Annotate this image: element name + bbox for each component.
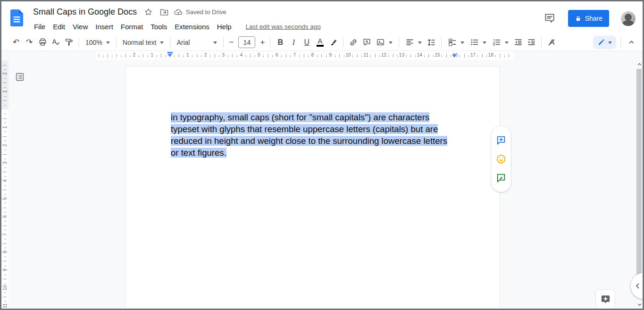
text-line[interactable]: reduced in height and weight close to th…	[171, 135, 447, 147]
insert-image-button[interactable]	[373, 36, 395, 49]
add-comment-icon[interactable]	[496, 135, 506, 145]
paragraph-style-select[interactable]: Normal text	[120, 36, 167, 49]
decrease-indent-button[interactable]	[511, 36, 525, 49]
right-indent-marker[interactable]	[452, 54, 457, 60]
menu-insert[interactable]: Insert	[92, 22, 117, 32]
show-side-panel-button[interactable]	[631, 273, 644, 299]
add-comment-button[interactable]	[360, 36, 373, 49]
paint-roller-icon	[65, 38, 74, 47]
checklist-button[interactable]	[445, 36, 467, 49]
ruler-tick	[326, 55, 326, 57]
add-emoji-reaction-icon[interactable]	[496, 154, 506, 164]
ruler-tick	[4, 275, 6, 275]
ruler-tick	[103, 55, 103, 57]
ruler-number: 9	[2, 267, 8, 274]
highlight-color-button[interactable]	[326, 36, 340, 49]
avatar[interactable]	[621, 11, 636, 26]
hide-menus-button[interactable]	[625, 36, 637, 49]
ruler-tick	[179, 54, 179, 58]
left-indent-marker[interactable]	[167, 52, 173, 59]
move-to-folder-icon[interactable]	[159, 8, 169, 17]
undo-button[interactable]: ↶	[9, 36, 23, 49]
menu-file[interactable]: File	[30, 22, 49, 32]
bold-button[interactable]: B	[274, 36, 287, 49]
ruler-tick	[317, 55, 318, 57]
saved-status[interactable]: Saved to Drive	[174, 8, 226, 17]
clear-formatting-icon	[547, 38, 556, 47]
menu-help[interactable]: Help	[213, 22, 235, 32]
last-edit-link[interactable]: Last edit was seconds ago	[246, 23, 321, 30]
ruler-tick	[161, 54, 161, 58]
star-icon[interactable]	[143, 8, 153, 17]
separator	[116, 37, 117, 48]
italic-button[interactable]: I	[287, 36, 300, 49]
menu-view[interactable]: View	[69, 22, 92, 32]
menu-extensions[interactable]: Extensions	[171, 22, 213, 32]
increase-font-size-button[interactable]: +	[258, 36, 267, 49]
editing-mode-button[interactable]	[593, 36, 616, 49]
text-line[interactable]: in typography, small caps (short for "sm…	[171, 111, 447, 123]
ruler-number: 11	[364, 52, 368, 58]
text-line[interactable]: typeset with glyphs that resemble upperc…	[171, 123, 447, 135]
paragraph[interactable]: in typography, small caps (short for "sm…	[171, 111, 447, 159]
google-docs-app: Small Caps in Google Docs Saved to Drive	[0, 0, 644, 310]
vertical-ruler[interactable]: 211234567891011	[1, 60, 8, 309]
page[interactable]: in typography, small caps (short for "sm…	[125, 66, 500, 310]
selected-text: reduced in height and weight close to th…	[171, 136, 447, 146]
text-line[interactable]: or text figures.	[171, 147, 447, 159]
ruler-tick	[237, 55, 237, 57]
print-button[interactable]	[36, 36, 49, 49]
menu-format[interactable]: Format	[117, 22, 147, 32]
menu-tools[interactable]: Tools	[147, 22, 171, 32]
paint-format-button[interactable]	[62, 36, 75, 49]
scrollbar-thumb[interactable]	[636, 69, 642, 284]
ruler-tick	[4, 168, 6, 168]
ruler-number: 2	[2, 142, 8, 149]
show-document-outline-button[interactable]	[15, 72, 25, 82]
document-title[interactable]: Small Caps in Google Docs	[33, 7, 137, 17]
insert-link-button[interactable]	[347, 36, 360, 49]
numbered-list-button[interactable]	[489, 36, 511, 49]
scroll-up-arrow[interactable]	[636, 60, 643, 68]
separator	[620, 37, 621, 48]
ruler-number: 1	[186, 52, 189, 58]
bulleted-list-button[interactable]	[467, 36, 489, 49]
ruler-tick	[3, 226, 7, 226]
ruler-number: 2	[2, 70, 8, 77]
increase-indent-button[interactable]	[525, 36, 538, 49]
ruler-tick	[3, 118, 7, 119]
align-left-icon	[405, 38, 414, 47]
redo-button[interactable]: ↷	[23, 36, 36, 49]
menu-edit[interactable]: Edit	[49, 22, 69, 32]
font-size-input[interactable]: 14	[238, 36, 255, 48]
horizontal-ruler[interactable]: 21123456789101112131415161718	[0, 51, 644, 60]
ruler-number: 2	[204, 52, 207, 58]
suggest-edits-icon[interactable]	[496, 173, 506, 183]
ruler-tick	[375, 54, 376, 58]
underline-button[interactable]: U	[300, 36, 313, 49]
spelling-check-button[interactable]	[49, 36, 62, 49]
line-spacing-button[interactable]	[425, 36, 438, 49]
share-button[interactable]: Share	[568, 10, 609, 27]
font-select[interactable]: Arial	[174, 36, 220, 49]
align-button[interactable]	[402, 36, 425, 49]
share-button-label: Share	[585, 15, 602, 22]
chevron-down-icon	[505, 42, 509, 46]
decrease-font-size-button[interactable]: −	[227, 36, 235, 49]
ruler-tick	[99, 54, 99, 58]
text-color-button[interactable]: A	[313, 36, 326, 49]
clear-formatting-button[interactable]	[545, 36, 558, 49]
toolbar: ↶ ↷ 100% Normal text	[0, 34, 644, 51]
font-value: Arial	[176, 39, 190, 46]
ruler-number: 2	[133, 52, 136, 58]
explore-button[interactable]	[595, 289, 615, 309]
ruler-tick	[4, 230, 6, 230]
ruler-tick	[3, 279, 7, 279]
ruler-tick	[201, 55, 201, 57]
zoom-select[interactable]: 100%	[83, 36, 113, 49]
ruler-tick	[3, 101, 7, 101]
open-comment-history-icon[interactable]	[544, 12, 556, 25]
ruler-tick	[4, 194, 6, 195]
google-docs-logo[interactable]	[10, 9, 23, 26]
scroll-down-arrow[interactable]	[636, 301, 643, 308]
